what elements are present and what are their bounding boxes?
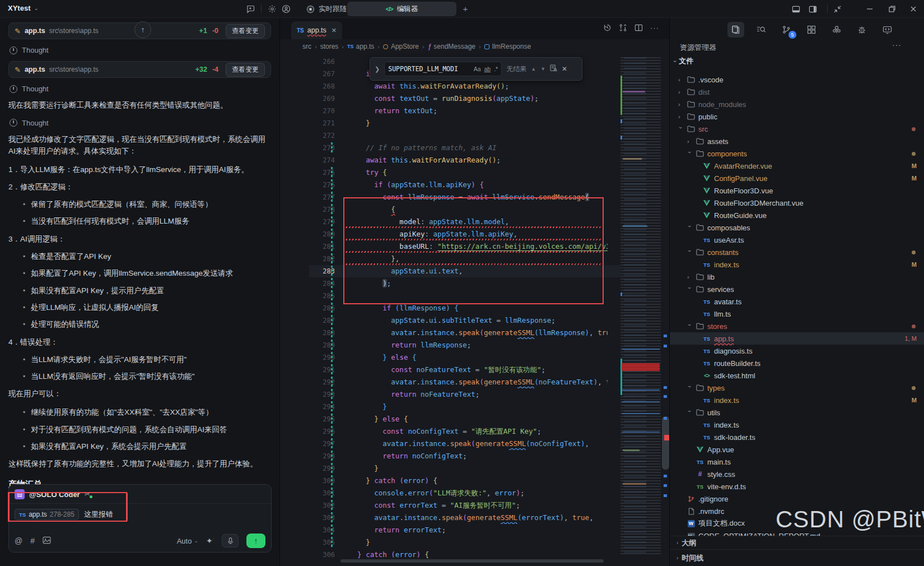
code-line-289[interactable]: 289 return llmResponse;	[280, 339, 669, 351]
tree-file-style.css[interactable]: #style.css	[670, 468, 924, 480]
tree-file-index.ts[interactable]: TSindex.tsM	[670, 258, 924, 271]
scroll-up-button[interactable]: ↑	[134, 21, 151, 38]
tree-file-routeBuilder.ts[interactable]: TSrouteBuilder.ts	[670, 357, 924, 369]
match-case-toggle[interactable]: Aa	[474, 66, 481, 72]
thought-row[interactable]: Thought	[10, 85, 271, 93]
code-line-285[interactable]: 285	[280, 290, 669, 302]
horizontal-scrollbar[interactable]	[340, 559, 604, 563]
code-line-294[interactable]: 294 }	[280, 401, 669, 413]
enhance-sparkle-icon[interactable]: ✦·	[206, 536, 214, 545]
close-tab-icon[interactable]: ✕	[332, 27, 337, 34]
code-line-278[interactable]: 278 {	[280, 203, 669, 216]
find-in-selection-icon[interactable]	[550, 64, 557, 74]
more-actions-icon[interactable]: ···	[650, 24, 659, 34]
toggle-bottom-panel-icon[interactable]	[786, 0, 805, 18]
add-tab-button[interactable]: +	[459, 3, 472, 15]
code-line-272[interactable]: 272	[280, 129, 669, 142]
code-line-296[interactable]: 296 const noConfigText = "请先配置API Key";	[280, 425, 669, 438]
code-line-271[interactable]: 271 }	[280, 117, 669, 129]
hash-icon[interactable]: #	[30, 536, 35, 545]
tree-folder-stores[interactable]: ›stores	[670, 320, 924, 332]
tree-file-RouteGuide.vue[interactable]: RouteGuide.vue	[670, 209, 924, 221]
code-line-286[interactable]: 286 if (llmResponse) {	[280, 302, 669, 314]
tree-folder-services[interactable]: ›services	[670, 283, 924, 295]
tree-file-index.ts[interactable]: TSindex.tsM	[670, 394, 924, 406]
tree-file-RouteFloor3D.vue[interactable]: RouteFloor3D.vue	[670, 184, 924, 197]
code-line-277[interactable]: 277 const llmResponse = await llmService…	[280, 191, 669, 203]
code-line-303[interactable]: 303 avatar.instance.speak(generateSSML(e…	[280, 512, 669, 524]
live-preview-icon[interactable]	[879, 22, 895, 38]
maximize-button[interactable]	[883, 0, 902, 18]
tree-folder-lib[interactable]: ›lib	[670, 271, 924, 283]
code-line-291[interactable]: 291 const noFeatureText = "暂时没有该功能";	[280, 364, 669, 376]
code-line-299[interactable]: 299 }	[280, 462, 669, 475]
chat-input-box[interactable]: ▤ @SOLO Coder ✂ TS app.ts 278-285 这里报错 @…	[8, 484, 272, 553]
code-line-302[interactable]: 302 const errorText = "AI服务暂时不可用";	[280, 499, 669, 512]
code-line-287[interactable]: 287 appState.ui.subTitleText = llmRespon…	[280, 314, 669, 327]
account-icon[interactable]	[281, 4, 291, 14]
code-line-280[interactable]: 280 apiKey: appState.llm.apiKey,	[280, 228, 669, 240]
tree-file-vite-env.d.ts[interactable]: TSvite-env.d.ts	[670, 480, 924, 493]
tree-file-RouteFloor3DMerchant.vue[interactable]: RouteFloor3DMerchant.vue	[670, 197, 924, 209]
code-line-293[interactable]: 293 return noFeatureText;	[280, 388, 669, 401]
find-next-icon[interactable]: ▼	[540, 66, 545, 72]
extensions-icon[interactable]	[803, 22, 820, 38]
tree-file-sdk-test.html[interactable]: <>sdk-test.html	[670, 369, 924, 382]
code-line-281[interactable]: 281 baseURL: "https://ark.cn-beijing.vol…	[280, 240, 669, 253]
settings-gear-icon[interactable]	[267, 4, 277, 14]
breadcrumb-item[interactable]: llmResponse	[492, 43, 531, 50]
code-line-282[interactable]: 282 },	[280, 253, 669, 265]
breadcrumb-item[interactable]: app.ts	[356, 43, 375, 50]
code-line-301[interactable]: 301 console.error("LLM请求失败:", error);	[280, 487, 669, 499]
image-attach-icon[interactable]	[43, 536, 51, 546]
code-line-288[interactable]: 288 avatar.instance.speak(generateSSML(l…	[280, 327, 669, 339]
tree-folder-assets[interactable]: ›assets	[670, 135, 924, 147]
close-find-icon[interactable]: ✕	[562, 65, 567, 73]
outline-section[interactable]: › 大纲	[670, 536, 924, 549]
code-line-283[interactable]: 283 appState.ui.text,	[280, 265, 669, 277]
tree-file-diagnosis.ts[interactable]: TSdiagnosis.ts	[670, 345, 924, 357]
compare-changes-icon[interactable]	[619, 24, 627, 34]
code-line-269[interactable]: 269 const textOut = runDiagnosis(appStat…	[280, 92, 669, 105]
voice-input-button[interactable]	[222, 534, 239, 548]
debug-bug-icon[interactable]	[853, 22, 870, 38]
code-line-304[interactable]: 304 return errorText;	[280, 524, 669, 536]
find-widget[interactable]: ❯ SUPPORTED_LLM_MODI Aa ab .* 无结果 ▲ ▼ ✕	[370, 57, 582, 81]
breadcrumb[interactable]: src›stores›TSapp.ts›AppStore›ƒsendMessag…	[302, 39, 531, 54]
collapse-window-icon[interactable]	[828, 0, 847, 18]
whole-word-toggle[interactable]: ab	[484, 66, 491, 72]
thought-row[interactable]: Thought	[10, 46, 271, 54]
tree-file-AvatarRender.vue[interactable]: AvatarRender.vueM	[670, 160, 924, 172]
editor-tab-app-ts[interactable]: TS app.ts ✕	[291, 21, 342, 39]
code-line-284[interactable]: 284 );	[280, 277, 669, 290]
code-line-273[interactable]: 273 // If no patterns match, ask AI	[280, 142, 669, 154]
file-context-chip[interactable]: TS app.ts 278-285	[15, 509, 79, 520]
tree-file-App.vue[interactable]: App.vue	[670, 443, 924, 456]
tree-folder-node_modules[interactable]: ›node_modules	[670, 98, 924, 110]
split-editor-icon[interactable]	[634, 24, 643, 34]
tree-file-index.ts[interactable]: TSindex.ts	[670, 419, 924, 431]
thought-row[interactable]: Thought	[10, 119, 271, 127]
code-line-300[interactable]: 300 } catch (error) {	[280, 475, 669, 487]
tab-editor[interactable]: </> 编辑器	[347, 2, 456, 16]
tree-folder-components[interactable]: ›components	[670, 147, 924, 160]
code-line-268[interactable]: 268 await this.waitForAvatarReady();	[280, 80, 669, 92]
minimap[interactable]	[620, 57, 661, 556]
breadcrumb-item[interactable]: src	[302, 43, 311, 50]
breadcrumb-item[interactable]: sendMessage	[433, 43, 475, 50]
code-line-270[interactable]: 270 return textOut;	[280, 105, 669, 117]
minimize-button[interactable]	[860, 0, 879, 18]
code-line-297[interactable]: 297 avatar.instance.speak(generateSSML(n…	[280, 438, 669, 450]
view-changes-button[interactable]: 查看变更	[226, 63, 265, 77]
code-line-305[interactable]: 305 }	[280, 536, 669, 549]
tree-file-avatar.ts[interactable]: TSavatar.ts	[670, 295, 924, 308]
changed-file-card[interactable]: ✎app.tssrc\stores\app.ts+32-4查看变更	[8, 61, 271, 78]
tree-file-useAsr.ts[interactable]: TSuseAsr.ts	[670, 234, 924, 246]
scrollbar-thumb[interactable]	[662, 416, 669, 470]
mode-selector[interactable]: Auto⌄	[177, 537, 198, 545]
explorer-more-icon[interactable]: ···	[892, 40, 902, 49]
history-icon[interactable]	[603, 24, 612, 34]
files-icon[interactable]	[727, 22, 744, 38]
tree-file-main.ts[interactable]: TSmain.ts	[670, 456, 924, 468]
breadcrumb-item[interactable]: stores	[320, 43, 339, 50]
